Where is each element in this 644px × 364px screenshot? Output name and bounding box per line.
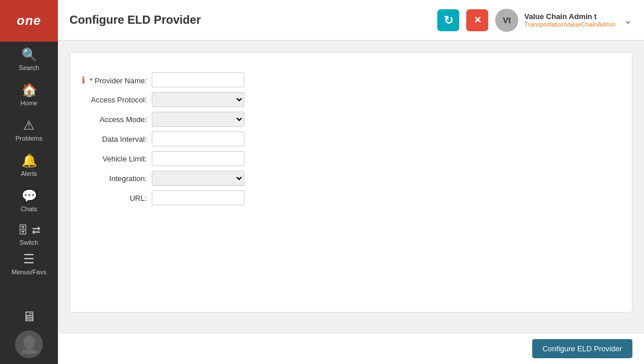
sidebar-item-problems[interactable]: ⚠ Problems xyxy=(0,112,58,148)
access-protocol-select[interactable] xyxy=(152,92,244,107)
form-row-integration: Integration: xyxy=(82,168,244,188)
warning-icon: ⚠ xyxy=(23,118,35,133)
sidebar-item-alerts[interactable]: 🔔 Alerts xyxy=(0,148,58,183)
integration-select[interactable] xyxy=(152,171,244,186)
sidebar-item-label: Chats xyxy=(21,205,38,212)
content-area: ℹ * Provider Name: Access Protocol: xyxy=(58,41,644,333)
url-input-cell xyxy=(152,188,244,208)
main-area: Configure ELD Provider ↻ ✕ Vt Value Chai… xyxy=(58,0,644,364)
provider-name-label-text: * Provider Name: xyxy=(90,76,147,85)
sidebar-item-label: Alerts xyxy=(21,170,37,177)
switch-icon2: ⇄ xyxy=(32,224,41,237)
sidebar: one 🔍 Search 🏠 Home ⚠ Problems 🔔 Alerts … xyxy=(0,0,58,364)
close-icon: ✕ xyxy=(474,14,481,25)
logo-text: one xyxy=(17,13,41,28)
integration-label: Integration: xyxy=(82,168,152,188)
error-icon: ℹ xyxy=(82,75,85,85)
form-row-access-mode: Access Mode: xyxy=(82,109,244,129)
data-interval-input-cell xyxy=(152,129,244,149)
switch-icon1: 🗄 xyxy=(18,225,28,237)
sidebar-item-home[interactable]: 🏠 Home xyxy=(0,77,58,112)
form-row-vehicle-limit: Vehicle Limit: xyxy=(82,149,244,168)
sidebar-item-search[interactable]: 🔍 Search xyxy=(0,42,58,77)
sidebar-bottom: 🖥 👤 xyxy=(15,308,43,364)
user-avatar: Vt xyxy=(495,9,518,32)
search-icon: 🔍 xyxy=(21,47,37,62)
sidebar-item-chats[interactable]: 💬 Chats xyxy=(0,183,58,218)
user-name: Value Chain Admin t xyxy=(524,12,616,21)
avatar[interactable]: 👤 xyxy=(15,330,43,358)
access-mode-input-cell xyxy=(152,109,244,129)
topbar: Configure ELD Provider ↻ ✕ Vt Value Chai… xyxy=(58,0,644,41)
form-row-url: URL: xyxy=(82,188,244,208)
provider-name-label: ℹ * Provider Name: xyxy=(82,70,152,90)
provider-name-input[interactable] xyxy=(152,72,244,87)
bell-icon: 🔔 xyxy=(21,153,37,168)
vehicle-limit-input-cell xyxy=(152,149,244,168)
user-role: TransportationValueChainAdmin xyxy=(524,21,616,28)
access-mode-select[interactable] xyxy=(152,112,244,127)
form-row-provider-name: ℹ * Provider Name: xyxy=(82,70,244,90)
vehicle-limit-label: Vehicle Limit: xyxy=(82,149,152,168)
form-card: ℹ * Provider Name: Access Protocol: xyxy=(69,52,632,312)
access-mode-label: Access Mode: xyxy=(82,109,152,129)
data-interval-label: Data Interval: xyxy=(82,129,152,149)
form-row-data-interval: Data Interval: xyxy=(82,129,244,149)
sidebar-item-label: Menus/Favs xyxy=(12,269,46,275)
sidebar-item-label: Problems xyxy=(16,135,42,142)
url-label: URL: xyxy=(82,188,152,208)
chevron-down-icon: ⌄ xyxy=(624,14,632,27)
footer-bar: Configure ELD Provider xyxy=(58,333,644,364)
close-button[interactable]: ✕ xyxy=(466,9,488,31)
integration-input-cell xyxy=(152,168,244,188)
sidebar-item-label: Home xyxy=(20,100,37,106)
home-icon: 🏠 xyxy=(21,83,37,98)
user-menu[interactable]: Vt Value Chain Admin t TransportationVal… xyxy=(495,9,632,32)
vehicle-limit-input[interactable] xyxy=(152,151,244,166)
url-input[interactable] xyxy=(152,190,244,205)
refresh-button[interactable]: ↻ xyxy=(437,9,459,31)
switch-label: Switch xyxy=(20,239,38,246)
configure-eld-provider-button[interactable]: Configure ELD Provider xyxy=(532,339,632,358)
menu-icon: ☰ xyxy=(23,252,35,267)
access-protocol-input-cell xyxy=(152,90,244,109)
monitor-icon[interactable]: 🖥 xyxy=(22,308,36,325)
data-interval-input[interactable] xyxy=(152,131,244,146)
sidebar-logo[interactable]: one xyxy=(0,0,58,42)
form-row-access-protocol: Access Protocol: xyxy=(82,90,244,109)
sidebar-item-menus[interactable]: ☰ Menus/Favs xyxy=(0,246,58,281)
provider-name-input-cell xyxy=(152,70,244,90)
form-table: ℹ * Provider Name: Access Protocol: xyxy=(82,70,244,208)
access-protocol-label: Access Protocol: xyxy=(82,90,152,109)
user-info: Value Chain Admin t TransportationValueC… xyxy=(524,12,616,28)
sidebar-item-label: Search xyxy=(19,64,39,71)
page-title: Configure ELD Provider xyxy=(69,13,430,27)
refresh-icon: ↻ xyxy=(444,13,453,27)
avatar-icon: 👤 xyxy=(19,335,39,354)
chat-icon: 💬 xyxy=(21,189,37,204)
